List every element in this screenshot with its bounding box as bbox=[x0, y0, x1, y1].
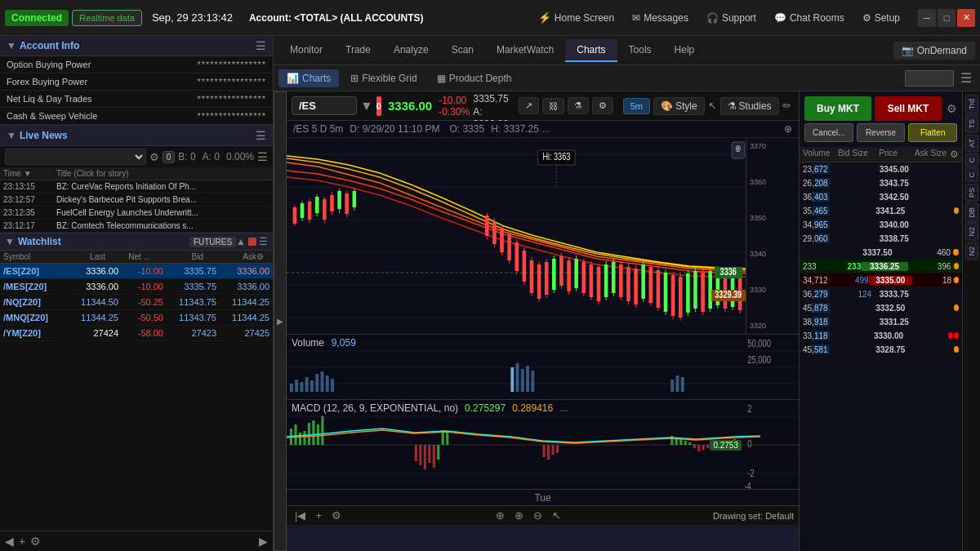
chart-plot-area[interactable]: Hi: 3363 3336 3329.39 bbox=[287, 138, 746, 334]
order-settings-icon[interactable]: ⚙ bbox=[947, 102, 957, 115]
subtab-flexible-grid[interactable]: ⊞ Flexible Grid bbox=[342, 69, 425, 87]
chart-link-button[interactable]: ⛓ bbox=[542, 98, 564, 114]
subtab-charts[interactable]: 📊 Charts bbox=[278, 69, 339, 87]
dom-row-3338[interactable]: 29,060 3338.75 bbox=[800, 232, 962, 246]
cancel-button[interactable]: Cancel... bbox=[804, 123, 853, 142]
chart-nav-start-icon[interactable]: |◀ bbox=[292, 508, 309, 523]
reverse-button[interactable]: Reverse bbox=[857, 123, 906, 142]
tab-scan[interactable]: Scan bbox=[440, 39, 485, 62]
tab-tools[interactable]: Tools bbox=[617, 39, 663, 62]
chart-move-icon[interactable]: ⊕ bbox=[492, 508, 508, 523]
live-news-header[interactable]: ▼ Live News ☰ bbox=[0, 126, 273, 146]
dom-gear-icon[interactable]: ⚙ bbox=[950, 149, 959, 160]
share-button[interactable]: ↗ bbox=[519, 97, 539, 114]
style-button[interactable]: 🎨 Style bbox=[653, 97, 705, 115]
account-info-menu-icon[interactable]: ☰ bbox=[256, 39, 266, 52]
sell-mkt-button[interactable]: Sell MKT bbox=[875, 96, 942, 121]
watchlist-row-es[interactable]: /ES[Z20] 3336.00 -10.00 3335.75 3336.00 bbox=[0, 264, 273, 279]
sidebar-prev-icon[interactable]: ◀ bbox=[5, 535, 14, 548]
close-button[interactable]: ✕ bbox=[957, 9, 975, 27]
news-item-1[interactable]: 23:13:15 BZ: CureVac Reports Initiation … bbox=[0, 180, 273, 193]
news-gear-icon[interactable]: ⚙ bbox=[149, 151, 159, 163]
rsb-c2[interactable]: C bbox=[965, 168, 978, 182]
crosshair-icon[interactable]: ⊕ bbox=[784, 123, 792, 135]
sidebar-add-icon[interactable]: + bbox=[19, 535, 25, 548]
dom-row-3331[interactable]: 38,918 3331.25 bbox=[800, 315, 962, 329]
dom-row-3342[interactable]: 36,403 3342.50 bbox=[800, 190, 962, 204]
tab-marketwatch[interactable]: MarketWatch bbox=[485, 39, 565, 62]
rsb-ts[interactable]: TS bbox=[965, 115, 978, 133]
chart-add-panel-icon[interactable]: + bbox=[312, 508, 325, 523]
dom-row-3330[interactable]: 33,118 3330.00 bbox=[800, 329, 962, 343]
rsb-at[interactable]: AT bbox=[965, 135, 978, 152]
tab-monitor[interactable]: Monitor bbox=[278, 39, 334, 62]
minimize-button[interactable]: ─ bbox=[918, 9, 936, 27]
timeframe-button[interactable]: 5m bbox=[623, 98, 650, 114]
dom-table: Volume Bid Size Price Ask Size ⚙ 23,672 bbox=[800, 147, 962, 551]
drawing-tool-icon[interactable]: ✏ bbox=[782, 100, 791, 112]
chart-cursor-icon[interactable]: ↖ bbox=[549, 508, 564, 523]
watchlist-header[interactable]: ▼ Watchlist FUTURES ▲ ☰ bbox=[0, 233, 273, 251]
chart-settings-button[interactable]: ⚙ bbox=[592, 97, 613, 114]
tab-analyze[interactable]: Analyze bbox=[382, 39, 440, 62]
rsb-n2-2[interactable]: N2 bbox=[965, 242, 978, 260]
tab-charts[interactable]: Charts bbox=[565, 39, 617, 62]
symbol-input[interactable] bbox=[292, 96, 357, 115]
news-filter-select[interactable] bbox=[5, 149, 146, 165]
watchlist-menu-icon[interactable]: ☰ bbox=[259, 236, 268, 247]
live-news-menu-icon[interactable]: ☰ bbox=[256, 129, 266, 142]
watchlist-row-ym[interactable]: /YM[Z20] 27424 -58.00 27423 27425 bbox=[0, 326, 273, 341]
nav-messages[interactable]: ✉ Messages bbox=[624, 9, 697, 27]
watchlist-up-icon[interactable]: ▲ bbox=[236, 236, 246, 247]
sidebar-next-icon[interactable]: ▶ bbox=[259, 535, 268, 548]
buy-mkt-button[interactable]: Buy MKT bbox=[804, 96, 871, 121]
chart-settings2-icon[interactable]: ⚙ bbox=[328, 508, 345, 523]
subtab-product-depth[interactable]: ▦ Product Depth bbox=[429, 69, 520, 87]
col-gear-icon[interactable]: ⚙ bbox=[256, 252, 270, 261]
dom-row-3345[interactable]: 23,672 3345.00 bbox=[800, 162, 962, 176]
news-list-icon[interactable]: ☰ bbox=[257, 150, 268, 163]
dom-row-3335[interactable]: 34,712 499 3335.00 18 bbox=[800, 273, 962, 287]
symbol-dropdown-icon[interactable]: ▼ bbox=[360, 99, 373, 113]
nav-setup[interactable]: ⚙ Setup bbox=[854, 9, 908, 27]
studies-button[interactable]: ⚗ Studies bbox=[720, 97, 779, 115]
expand-panel-button[interactable]: ▶ bbox=[274, 91, 287, 551]
flatten-button[interactable]: Flatten bbox=[908, 123, 957, 142]
subtab-menu-icon[interactable]: ☰ bbox=[957, 70, 975, 86]
chart-flask-button[interactable]: ⚗ bbox=[568, 97, 589, 114]
tab-help[interactable]: Help bbox=[663, 39, 706, 62]
account-info-header[interactable]: ▼ Account Info ☰ bbox=[0, 36, 273, 56]
chart-zoom-in-icon[interactable]: ⊕ bbox=[511, 508, 527, 523]
dom-row-3336-current[interactable]: 233 233 3336.25 396 bbox=[800, 260, 962, 273]
nav-support[interactable]: 🎧 Support bbox=[698, 9, 764, 27]
dom-row-3343[interactable]: 26,208 3343.75 bbox=[800, 176, 962, 190]
cursor-tool-icon[interactable]: ↖ bbox=[708, 100, 717, 112]
dom-row-3328[interactable]: 45,581 3328.75 bbox=[800, 343, 962, 357]
nav-chat-rooms[interactable]: 💬 Chat Rooms bbox=[766, 9, 853, 27]
news-item-3[interactable]: 23:12:35 FuelCell Energy Launches Underw… bbox=[0, 207, 273, 220]
rsb-n2-1[interactable]: N2 bbox=[965, 223, 978, 241]
news-item-4[interactable]: 23:12:17 BZ: Comtech Telecommunications … bbox=[0, 220, 273, 233]
dom-row-3332[interactable]: 45,878 3332.50 bbox=[800, 301, 962, 315]
watchlist-row-mes[interactable]: /MES[Z20] 3336.00 -10.00 3335.75 3336.00 bbox=[0, 279, 273, 295]
wr-symbol-mes: /MES[Z20] bbox=[3, 282, 65, 291]
nav-home-screen[interactable]: ⚡ Home Screen bbox=[530, 8, 622, 27]
dom-row-3333[interactable]: 36,279 124 3333.75 bbox=[800, 287, 962, 301]
ondemand-button[interactable]: 📷 OnDemand bbox=[893, 42, 975, 60]
live-news-title: Live News bbox=[20, 130, 256, 141]
dom-row-3341[interactable]: 35,465 3341.25 bbox=[800, 204, 962, 218]
watchlist-row-nq[interactable]: /NQ[Z20] 11344.50 -50.25 11343.75 11344.… bbox=[0, 295, 273, 310]
watchlist-row-mnq[interactable]: /MNQ[Z20] 11344.25 -50.50 11343.75 11344… bbox=[0, 310, 273, 326]
dom-row-3340[interactable]: 34,965 3340.00 bbox=[800, 218, 962, 232]
sidebar-gear-icon[interactable]: ⚙ bbox=[30, 535, 41, 548]
maximize-button[interactable]: □ bbox=[938, 9, 956, 27]
dom-row-3337[interactable]: 3337.50 460 bbox=[800, 246, 962, 260]
wr-last-ym: 27424 bbox=[65, 328, 118, 338]
rsb-trd[interactable]: Trd bbox=[965, 95, 978, 113]
rsb-c1[interactable]: C bbox=[965, 153, 978, 167]
chart-zoom-out-icon[interactable]: ⊖ bbox=[530, 508, 546, 523]
tab-trade[interactable]: Trade bbox=[334, 39, 382, 62]
news-item-2[interactable]: 23:12:57 Dickey's Barbecue Pit Supports … bbox=[0, 193, 273, 207]
rsb-db[interactable]: DB bbox=[965, 203, 978, 222]
rsb-ps[interactable]: PS bbox=[965, 184, 978, 202]
